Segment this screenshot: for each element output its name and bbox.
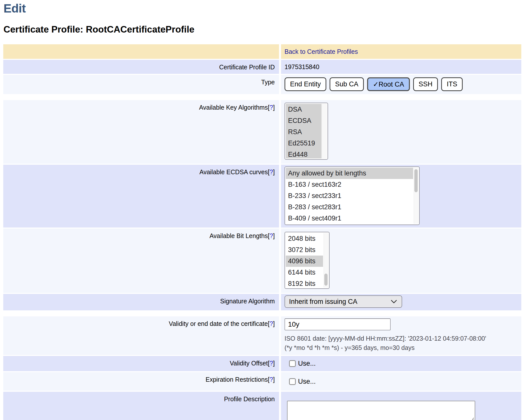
- profile-description-textarea[interactable]: [287, 401, 475, 420]
- page-title: Edit: [4, 2, 522, 15]
- help-marker: [?]: [268, 360, 275, 367]
- bit-length-option[interactable]: 2048 bits: [286, 233, 323, 244]
- back-to-certificate-profiles-link[interactable]: Back to Certificate Profiles: [285, 48, 358, 55]
- certificate-profile-id-label: Certificate Profile ID: [3, 60, 279, 74]
- available-key-algorithms-label: Available Key Algorithms: [199, 104, 268, 111]
- validity-offset-row: Validity Offset[?] Use...: [3, 356, 521, 371]
- ecdsa-curve-option[interactable]: B-233 / sect233r1: [286, 190, 413, 201]
- bit-length-option[interactable]: 3072 bits: [286, 244, 323, 256]
- validity-label: Validity or end date of the certificate: [169, 320, 268, 327]
- profile-table-section-validity: Validity or end date of the certificate[…: [3, 316, 521, 420]
- ecdsa-curves-help-link[interactable]: ?: [270, 168, 273, 175]
- ecdsa-curve-option[interactable]: B-283 / sect283r1: [286, 201, 413, 213]
- validity-help-link[interactable]: ?: [270, 320, 273, 327]
- profile-table-section-algorithms: Available Key Algorithms[?] DSA ECDSA RS…: [3, 100, 521, 310]
- available-bit-lengths-row: Available Bit Lengths[?] 2048 bits 3072 …: [3, 229, 521, 293]
- expiration-restrictions-checkbox-label: Use...: [298, 378, 316, 385]
- signature-algorithm-label: Signature Algorithm: [3, 294, 279, 310]
- validity-offset-checkbox[interactable]: [289, 360, 296, 367]
- ecdsa-curves-listbox[interactable]: Any allowed by bit lengths B-163 / sect1…: [285, 166, 420, 225]
- bit-length-option[interactable]: 6144 bits: [286, 267, 323, 278]
- certificate-profile-title: Certificate Profile: RootCACertificatePr…: [4, 24, 522, 35]
- header-left-cell: [3, 44, 279, 59]
- certificate-profile-id-row: Certificate Profile ID 1975315840: [3, 60, 521, 74]
- validity-offset-label: Validity Offset: [230, 360, 268, 367]
- ecdsa-curves-scrollbar[interactable]: [414, 168, 419, 224]
- key-algorithm-option[interactable]: Ed448: [286, 149, 322, 158]
- bit-length-option[interactable]: 8192 bits: [286, 278, 323, 288]
- type-button-its[interactable]: ITS: [441, 77, 463, 91]
- type-button-ssh[interactable]: SSH: [413, 77, 438, 91]
- type-label: Type: [3, 75, 279, 94]
- bit-lengths-listbox[interactable]: 2048 bits 3072 bits 4096 bits 6144 bits …: [285, 232, 330, 289]
- help-marker: [?]: [268, 104, 275, 111]
- validity-help-text: ISO 8601 date: [yyyy-MM-dd HH:mm:ssZZ]: …: [285, 334, 518, 352]
- chevron-down-icon: [391, 300, 397, 304]
- help-marker: [?]: [268, 232, 275, 239]
- key-algorithm-option[interactable]: RSA: [286, 126, 322, 138]
- profile-description-row: Profile Description: [3, 392, 521, 420]
- scrollbar-thumb[interactable]: [414, 169, 418, 192]
- validity-help-line-2: (*y *mo *d *h *m *s) - y=365 days, mo=30…: [285, 343, 518, 352]
- type-button-sub-ca[interactable]: Sub CA: [330, 77, 364, 91]
- expiration-restrictions-help-link[interactable]: ?: [270, 376, 273, 383]
- bit-lengths-scrollbar[interactable]: [324, 233, 329, 288]
- available-bit-lengths-label: Available Bit Lengths: [209, 232, 268, 239]
- bit-lengths-help-link[interactable]: ?: [270, 232, 273, 239]
- key-algorithms-listbox[interactable]: DSA ECDSA RSA Ed25519 Ed448: [285, 103, 328, 160]
- key-algorithms-scrollbar[interactable]: [322, 104, 327, 158]
- table-header-row: Back to Certificate Profiles: [3, 44, 521, 59]
- help-marker: [?]: [268, 320, 275, 327]
- certificate-profile-id-value: 1975315840: [281, 60, 521, 74]
- type-button-root-ca[interactable]: ✓Root CA: [367, 77, 410, 91]
- key-algorithm-option[interactable]: Ed25519: [286, 138, 322, 149]
- validity-offset-checkbox-label: Use...: [298, 360, 316, 367]
- key-algorithm-option[interactable]: ECDSA: [286, 115, 322, 126]
- scrollbar-thumb[interactable]: [324, 274, 328, 286]
- validity-input[interactable]: [285, 318, 391, 330]
- available-ecdsa-curves-label: Available ECDSA curves: [199, 168, 268, 175]
- signature-algorithm-select[interactable]: Inherit from issuing CA: [285, 295, 402, 308]
- expiration-restrictions-use-control: Use...: [289, 378, 316, 385]
- validity-help-line-1: ISO 8601 date: [yyyy-MM-dd HH:mm:ssZZ]: …: [285, 334, 518, 343]
- ecdsa-curve-option[interactable]: B-409 / sect409r1: [286, 213, 413, 224]
- profile-table-section-general: Back to Certificate Profiles Certificate…: [3, 44, 521, 94]
- help-marker: [?]: [268, 168, 275, 175]
- ecdsa-curve-option[interactable]: B-163 / sect163r2: [286, 179, 413, 190]
- validity-row: Validity or end date of the certificate[…: [3, 316, 521, 355]
- header-right-cell: Back to Certificate Profiles: [281, 44, 521, 59]
- type-row: Type End EntitySub CA✓Root CASSHITS: [3, 75, 521, 94]
- expiration-restrictions-checkbox[interactable]: [289, 378, 296, 385]
- available-key-algorithms-row: Available Key Algorithms[?] DSA ECDSA RS…: [3, 100, 521, 164]
- expiration-restrictions-row: Expiration Restrictions[?] Use...: [3, 372, 521, 391]
- validity-offset-use-control: Use...: [289, 360, 316, 367]
- available-ecdsa-curves-row: Available ECDSA curves[?] Any allowed by…: [3, 165, 521, 228]
- profile-description-label: Profile Description: [3, 392, 279, 420]
- bit-length-option[interactable]: 4096 bits: [286, 256, 323, 267]
- type-button-end-entity[interactable]: End Entity: [285, 77, 326, 91]
- help-marker: [?]: [268, 376, 275, 383]
- validity-offset-help-link[interactable]: ?: [270, 360, 273, 367]
- expiration-restrictions-label: Expiration Restrictions: [205, 376, 268, 383]
- key-algorithms-help-link[interactable]: ?: [270, 104, 273, 111]
- signature-algorithm-selected-value: Inherit from issuing CA: [289, 298, 357, 306]
- ecdsa-curve-option[interactable]: Any allowed by bit lengths: [286, 168, 413, 179]
- signature-algorithm-row: Signature Algorithm Inherit from issuing…: [3, 294, 521, 310]
- key-algorithm-option[interactable]: DSA: [286, 104, 322, 115]
- type-buttons: End EntitySub CA✓Root CASSHITS: [281, 75, 521, 94]
